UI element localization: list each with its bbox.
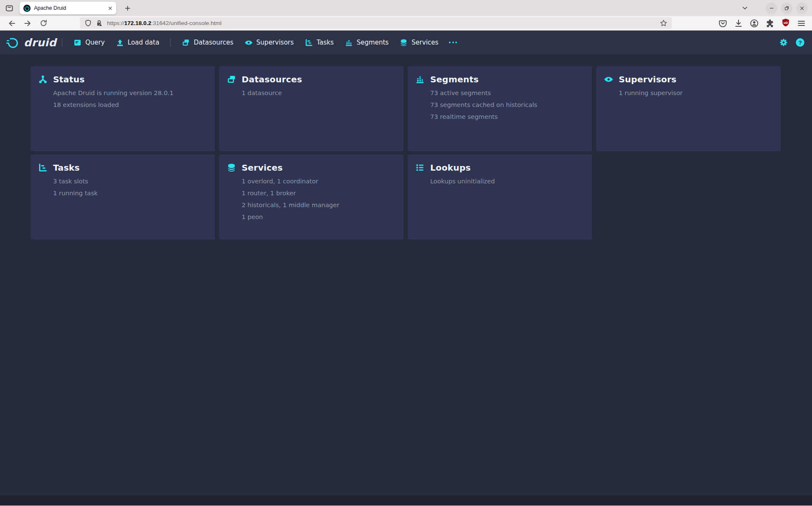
card-title: Lookups [430, 163, 471, 173]
browser-tab[interactable]: Apache Druid [20, 2, 116, 14]
database-icon [400, 39, 408, 47]
lock-warning-icon[interactable] [95, 19, 103, 27]
graph-icon [38, 75, 48, 84]
navbar-separator [62, 38, 62, 47]
pocket-icon[interactable] [718, 19, 727, 28]
navbar-separator [170, 38, 171, 47]
card-segments[interactable]: Segments 73 active segments 73 segments … [408, 66, 592, 151]
url-text: https://172.18.0.2:31642/unified-console… [107, 20, 221, 26]
gantt-icon [38, 163, 48, 172]
tracking-shield-icon[interactable] [84, 19, 92, 27]
card-tasks[interactable]: Tasks 3 task slots 1 running task [31, 155, 215, 239]
window-minimize-button[interactable] [766, 3, 777, 14]
download-icon[interactable] [734, 19, 743, 28]
home-view: Status Apache Druid is running version 2… [0, 54, 812, 506]
card-title: Status [53, 74, 85, 84]
window-restore-button[interactable] [781, 3, 792, 14]
browser-toolbar: https://172.18.0.2:31642/unified-console… [0, 16, 812, 31]
card-line: 73 active segments [430, 87, 584, 99]
card-datasources[interactable]: Datasources 1 datasource [219, 66, 403, 151]
card-title: Segments [430, 74, 479, 84]
bottom-strip [0, 495, 812, 506]
nav-item-segments[interactable]: Segments [339, 35, 394, 50]
datasources-icon [182, 39, 190, 47]
card-title: Supervisors [619, 74, 677, 84]
window-close-button[interactable] [796, 3, 808, 14]
card-title: Tasks [53, 163, 80, 173]
help-icon[interactable]: ? [796, 38, 804, 47]
account-icon[interactable] [750, 19, 759, 28]
nav-item-query[interactable]: Query [68, 35, 110, 50]
more-ellipsis-icon[interactable] [444, 37, 462, 48]
status-cards-grid: Status Apache Druid is running version 2… [31, 66, 812, 239]
gear-icon[interactable] [779, 38, 788, 47]
menu-hamburger-icon[interactable] [797, 19, 806, 28]
list-tabs-chevron-icon[interactable] [739, 2, 751, 14]
card-line: 1 peon [242, 211, 395, 223]
card-line: 18 extensions loaded [53, 99, 206, 111]
card-services[interactable]: Services 1 overlord, 1 coordinator 1 rou… [219, 155, 403, 239]
card-line: 1 running task [53, 187, 206, 199]
druid-logo-mark-icon [6, 36, 20, 49]
firefox-view-icon[interactable] [3, 2, 15, 14]
properties-icon [415, 163, 425, 172]
eye-icon [245, 39, 253, 47]
card-line: 2 historicals, 1 middle manager [242, 199, 395, 211]
card-line: 1 overlord, 1 coordinator [242, 175, 395, 187]
nav-item-tasks[interactable]: Tasks [299, 35, 339, 50]
nav-item-datasources[interactable]: Datasources [176, 35, 239, 50]
nav-item-services[interactable]: Services [394, 35, 444, 50]
upload-icon [116, 39, 124, 47]
ublock-icon[interactable]: uO [781, 18, 790, 29]
card-line: 1 running supervisor [619, 87, 772, 99]
console-icon [73, 39, 82, 47]
druid-navbar: druid Query Load data Datasources Superv… [0, 31, 812, 54]
druid-logo[interactable]: druid [6, 36, 56, 49]
back-icon[interactable] [7, 18, 17, 28]
card-line: Lookups uninitialized [430, 175, 584, 187]
url-bar[interactable]: https://172.18.0.2:31642/unified-console… [80, 17, 672, 29]
card-line: Apache Druid is running version 28.0.1 [53, 87, 206, 99]
extensions-puzzle-icon[interactable] [765, 19, 775, 28]
card-line: 73 segments cached on historicals [430, 99, 584, 111]
forward-icon[interactable] [23, 18, 33, 28]
card-line: 1 datasource [242, 87, 395, 99]
gantt-icon [305, 39, 313, 47]
card-status[interactable]: Status Apache Druid is running version 2… [31, 66, 215, 151]
new-tab-button[interactable] [121, 2, 133, 14]
druid-brand-text: druid [24, 37, 56, 49]
reload-icon[interactable] [38, 18, 48, 28]
tab-title: Apache Druid [34, 5, 106, 11]
card-line: 3 task slots [53, 175, 206, 187]
card-supervisors[interactable]: Supervisors 1 running supervisor [596, 66, 781, 151]
stacked-chart-icon [415, 75, 425, 84]
nav-item-load-data[interactable]: Load data [110, 35, 165, 50]
browser-tab-bar: Apache Druid [0, 0, 812, 16]
stacked-chart-icon [345, 39, 353, 47]
card-lookups[interactable]: Lookups Lookups uninitialized [408, 155, 592, 239]
druid-favicon [23, 5, 31, 12]
tab-close-icon[interactable] [106, 4, 114, 12]
card-line: 73 realtime segments [430, 111, 584, 123]
database-icon [227, 163, 236, 172]
nav-item-supervisors[interactable]: Supervisors [239, 35, 299, 50]
bookmark-star-icon[interactable] [660, 19, 668, 27]
card-line: 1 router, 1 broker [242, 187, 395, 199]
eye-icon [604, 75, 613, 84]
datasources-icon [227, 75, 236, 84]
card-title: Services [242, 163, 283, 173]
card-title: Datasources [242, 74, 302, 84]
